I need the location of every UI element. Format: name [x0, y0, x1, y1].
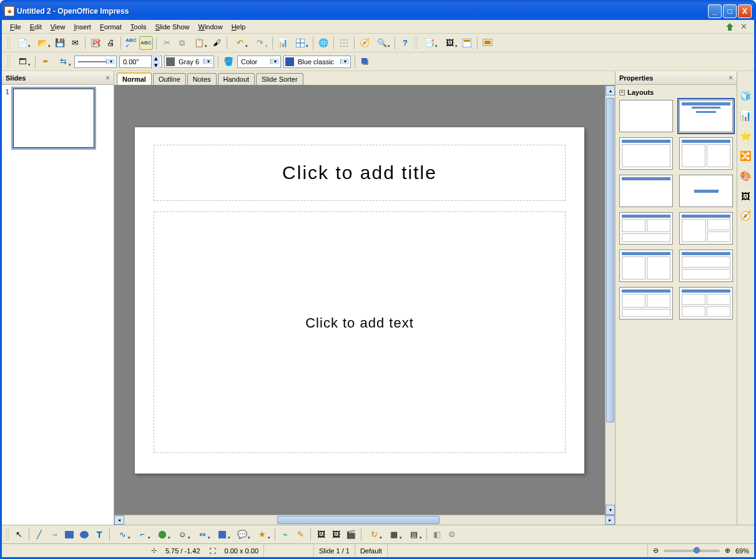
format-paintbrush-button[interactable]: 🖌	[210, 36, 223, 50]
zoom-button[interactable]: 🔍	[373, 36, 391, 50]
menu-format[interactable]: Format	[96, 22, 126, 32]
scroll-left-button[interactable]: ◂	[114, 515, 124, 525]
tab-outline[interactable]: Outline	[153, 73, 186, 85]
area-fill-button[interactable]: 🪣	[222, 55, 235, 69]
slide-canvas[interactable]: Click to add title Click to add text	[135, 127, 584, 474]
horizontal-scrollbar[interactable]: ◂ ▸	[114, 515, 615, 525]
collapse-icon[interactable]: −	[619, 90, 625, 95]
scroll-down-button[interactable]: ▾	[606, 505, 615, 515]
layout-stack[interactable]	[679, 250, 733, 282]
toolbar-grip-2[interactable]	[414, 36, 417, 50]
media-tool[interactable]: 🎬	[344, 528, 358, 542]
layout-title-content[interactable]	[679, 100, 733, 132]
arrow-tool[interactable]: →	[47, 528, 61, 542]
scroll-up-button[interactable]: ▴	[606, 85, 615, 95]
grid-button[interactable]	[337, 36, 351, 50]
vscroll-thumb[interactable]	[606, 98, 614, 422]
line-arrow-style-button[interactable]: ✒	[39, 55, 52, 69]
print-button[interactable]: 🖨	[104, 36, 117, 50]
align-tool[interactable]: ▦	[385, 528, 403, 542]
help-button[interactable]: ?	[398, 36, 412, 50]
menu-help[interactable]: Help	[227, 22, 250, 32]
slides-list[interactable]: 1	[2, 85, 114, 525]
styles-tab-icon[interactable]: 🎨	[740, 170, 752, 182]
rectangle-tool[interactable]	[62, 528, 76, 542]
menu-insert[interactable]: Insert	[69, 22, 96, 32]
spellcheck-button[interactable]: ABC✓	[124, 36, 138, 50]
master-name[interactable]: Default	[355, 544, 388, 557]
extrusion-tool[interactable]: ◧	[430, 528, 444, 542]
body-placeholder[interactable]: Click to add text	[154, 211, 566, 453]
fontwork-tool[interactable]: 🖼	[314, 528, 328, 542]
ellipse-tool[interactable]	[77, 528, 91, 542]
select-tool[interactable]: ↖	[12, 528, 26, 542]
area-mode-select[interactable]: Color ▾	[237, 56, 281, 68]
area-color-select[interactable]: Blue classic ▾	[283, 56, 351, 68]
maximize-button[interactable]: □	[723, 4, 737, 18]
gallery-tab-icon[interactable]: 🖼	[740, 190, 752, 202]
tab-handout[interactable]: Handout	[218, 73, 255, 85]
rotate-tool[interactable]: ↻	[365, 528, 383, 542]
drawing-grip[interactable]	[6, 528, 9, 542]
tab-notes[interactable]: Notes	[187, 73, 217, 85]
glue-points-tool[interactable]: ✎	[293, 528, 307, 542]
navigator-button[interactable]: 🧭	[358, 36, 371, 50]
zoom-in-button[interactable]: ⊕	[725, 547, 730, 555]
curve-tool[interactable]: ∿	[113, 528, 132, 542]
arrange-tool[interactable]: ▤	[405, 528, 423, 542]
properties-tab-icon[interactable]: 🧊	[740, 90, 752, 102]
redo-button[interactable]: ↷	[250, 36, 269, 50]
layout-two-one[interactable]	[619, 212, 673, 245]
close-doc-icon[interactable]: ✕	[739, 22, 749, 32]
table-button[interactable]	[291, 36, 310, 50]
layout-four[interactable]	[679, 287, 733, 319]
points-tool[interactable]: ⌁	[278, 528, 292, 542]
hyperlink-button[interactable]: 🌐	[317, 36, 330, 50]
menu-tools[interactable]: Tools	[126, 22, 151, 32]
paste-button[interactable]: 📋	[190, 36, 209, 50]
slide-design-button[interactable]: 🖼	[440, 36, 459, 50]
symbol-shapes-tool[interactable]: ☺	[173, 528, 192, 542]
connector-tool[interactable]: ⌐	[133, 528, 152, 542]
email-button[interactable]: ✉	[68, 36, 82, 50]
layout-two-content[interactable]	[679, 137, 733, 170]
tab-normal[interactable]: Normal	[117, 72, 152, 85]
shadow-button[interactable]	[358, 55, 372, 69]
tab-slidesorter[interactable]: Slide Sorter	[256, 73, 303, 85]
vertical-scrollbar[interactable]: ▴ ▾	[605, 85, 615, 515]
stars-tool[interactable]: ★	[253, 528, 272, 542]
arrow-ends-button[interactable]: ⇆	[54, 55, 72, 69]
save-button[interactable]: 💾	[53, 36, 67, 50]
minimize-button[interactable]: _	[708, 4, 722, 18]
slides-panel-close-icon[interactable]: ×	[106, 74, 110, 82]
block-arrows-tool[interactable]: ⇔	[193, 528, 212, 542]
menu-slideshow[interactable]: Slide Show	[150, 22, 194, 32]
chart-button[interactable]: 📊	[276, 36, 290, 50]
slide-editor[interactable]: Click to add title Click to add text	[114, 85, 605, 515]
navigator-tab-icon[interactable]: 🧭	[740, 210, 752, 222]
zoom-out-button[interactable]: ⊖	[653, 547, 659, 555]
properties-close-icon[interactable]: ×	[729, 74, 733, 82]
layout-two-row[interactable]	[619, 250, 673, 282]
custom-animation-tab-icon[interactable]: ⭐	[740, 130, 752, 142]
line-color-select[interactable]: Gray 6 ▾	[164, 56, 214, 68]
undo-button[interactable]: ↶	[230, 36, 249, 50]
from-file-tool[interactable]: 🖼	[329, 528, 343, 542]
hscroll-thumb[interactable]	[277, 516, 439, 524]
close-button[interactable]: X	[738, 4, 752, 18]
slide-layout-button[interactable]	[460, 36, 474, 50]
cut-button[interactable]: ✂	[160, 36, 174, 50]
slide-thumbnail-1[interactable]: 1	[6, 89, 110, 148]
callouts-tool[interactable]: 💬	[233, 528, 252, 542]
new-button[interactable]: 📄	[13, 36, 32, 50]
layout-one-two[interactable]	[679, 212, 733, 245]
line-tool[interactable]: ╱	[32, 528, 46, 542]
zoom-thumb[interactable]	[694, 547, 700, 553]
zoom-slider[interactable]	[664, 550, 720, 552]
flowchart-tool[interactable]	[213, 528, 232, 542]
interaction-tool[interactable]: ⚙	[445, 528, 459, 542]
layout-title-only[interactable]	[619, 137, 673, 170]
slide-transition-tab-icon[interactable]: 🔀	[740, 150, 752, 162]
layout-three-col[interactable]	[619, 287, 673, 319]
layout-title-bar[interactable]	[619, 175, 673, 207]
